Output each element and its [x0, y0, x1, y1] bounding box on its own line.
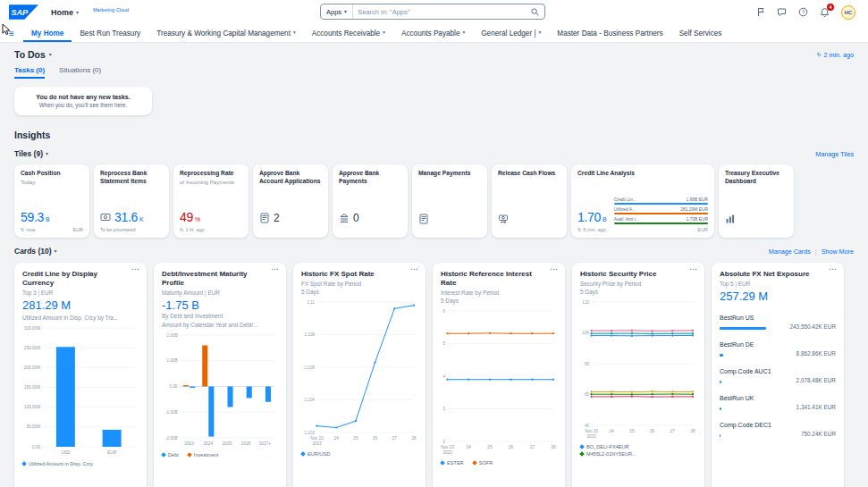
exposure-value: 750.24K EUR: [801, 431, 836, 437]
card-debt-investment-maturity-profile[interactable]: ⋯ Debt/Investment Maturity Profile Matur…: [154, 263, 286, 487]
tab-tasks[interactable]: Tasks (0): [14, 66, 45, 79]
exposure-value: 8,862.86K EUR: [796, 350, 836, 357]
svg-text:4: 4: [442, 374, 445, 379]
tile-mini-legend: Credit Lin...1.99B EUR Utilized A...281.…: [614, 197, 708, 224]
flag-icon[interactable]: [756, 7, 765, 17]
card-historic-security-price[interactable]: ⋯ Historic Security Price Security Price…: [572, 263, 704, 487]
svg-text:1.108: 1.108: [305, 332, 316, 337]
tile-footer: ↻now EUR: [21, 227, 83, 232]
chat-icon[interactable]: [777, 7, 787, 17]
tile-manage-payments[interactable]: Manage Payments: [412, 164, 487, 238]
nav-item-best-run-treasury[interactable]: Best Run Treasury: [72, 24, 148, 42]
notifications-bell-icon[interactable]: 4: [820, 7, 830, 18]
tile-title: Treasury Executive Dashboard: [725, 170, 788, 185]
exposure-label: Comp.Code AUC1: [720, 368, 836, 374]
tile-treasury-executive-dashboard[interactable]: Treasury Executive Dashboard: [719, 164, 794, 238]
cards-group-label[interactable]: Cards (10) ▾: [14, 247, 57, 256]
menu-toggle-icon[interactable]: ≡: [9, 24, 14, 42]
exposure-row[interactable]: BestRun DE 8,862.86K EUR: [720, 341, 836, 357]
card-absolute-fx-net-exposure[interactable]: ⋯ Absolute FX Net Exposure Top 5 | EUR 2…: [712, 263, 844, 487]
search-icon[interactable]: [526, 8, 544, 16]
svg-text:100.00M: 100.00M: [24, 405, 40, 409]
nav-item-accounts-receivable[interactable]: Accounts Receivable▾: [304, 24, 393, 42]
tile-reprocessing-rate[interactable]: Reprocessing Rate of Incoming Payments 4…: [173, 164, 249, 238]
nav-item-treasury-working-capital[interactable]: Treasury & Working Capital Management▾: [148, 24, 303, 42]
card-title: Absolute FX Net Exposure: [720, 270, 836, 279]
svg-text:Nov 23: Nov 23: [441, 445, 454, 449]
tile-value: 59.3B: [21, 210, 83, 224]
tile-title: Manage Payments: [418, 170, 481, 178]
chevron-down-icon[interactable]: ▾: [49, 52, 52, 57]
chart-legend: Utilized Amount in Disp. Crcy: [22, 461, 139, 466]
svg-text:24: 24: [334, 436, 340, 441]
card-kpi-value: -1.75 B: [162, 298, 278, 312]
svg-text:50.00M: 50.00M: [27, 424, 40, 429]
line-chart: 120100806040Nov 2324252627282023: [580, 298, 696, 441]
tile-footer: To be processed: [100, 227, 163, 232]
overflow-menu-icon[interactable]: ⋯: [550, 264, 559, 273]
tile-approve-bank-account-applications[interactable]: Approve Bank Account Applications 2: [253, 164, 328, 238]
exposure-row[interactable]: Comp.Code AUC1 2,078.48K EUR: [720, 368, 836, 383]
nav-item-accounts-payable[interactable]: Accounts Payable▾: [393, 24, 473, 42]
overflow-menu-icon[interactable]: ⋯: [410, 264, 419, 273]
search-scope-selector[interactable]: Apps ▾: [321, 4, 353, 19]
svg-text:250.00M: 250.00M: [24, 346, 40, 350]
svg-text:100: 100: [582, 331, 589, 335]
nav-item-self-services[interactable]: Self Services: [671, 24, 730, 42]
legend-entry: Credit Lin...1.99B EUR: [614, 197, 708, 205]
card-title: Debt/Investment Maturity Profile: [162, 270, 278, 288]
chart-legend: ESTER SOFR: [441, 460, 557, 466]
tile-title: Approve Bank Payments: [339, 170, 401, 185]
shell-bar: SAP Home ▾ Marketing Cloud Apps ▾ ? 4 HC: [0, 0, 868, 24]
tile-release-cash-flows[interactable]: Release Cash Flows: [492, 164, 567, 238]
help-icon[interactable]: ?: [798, 7, 808, 17]
tile-approve-bank-payments[interactable]: Approve Bank Payments 0: [333, 164, 408, 238]
search-input[interactable]: [353, 8, 526, 16]
card-historic-reference-interest-rate[interactable]: ⋯ Historic Reference Interest Rate Inter…: [433, 263, 565, 487]
insight-tiles: Cash Position Today 59.3B ↻now EUR Repro…: [14, 164, 854, 238]
overflow-menu-icon[interactable]: ⋯: [689, 264, 698, 273]
chevron-down-icon: ▾: [383, 30, 385, 36]
tile-count: 2: [259, 212, 322, 224]
shell-actions: ? 4 HC: [756, 5, 859, 20]
tile-cash-position[interactable]: Cash Position Today 59.3B ↻now EUR: [14, 164, 89, 238]
nav-item-master-data-business-partners[interactable]: Master Data - Business Partners: [549, 24, 670, 42]
svg-text:EUR: EUR: [107, 450, 117, 455]
nav-item-my-home[interactable]: My Home: [23, 24, 72, 42]
manage-tiles-link[interactable]: Manage Tiles: [815, 150, 854, 158]
home-menu-button[interactable]: Home ▾: [51, 8, 79, 17]
tile-credit-line-analysis[interactable]: Credit Line Analysis 1.70B Credit Lin...…: [571, 164, 714, 238]
card-historic-fx-spot-rate[interactable]: ⋯ Historic FX Spot Rate FX Spot Rate by …: [293, 263, 426, 487]
tiles-group-label[interactable]: Tiles (9) ▾: [14, 149, 48, 158]
tile-footer: ↻1 hr. ago: [180, 227, 242, 232]
search-box[interactable]: Apps ▾: [320, 4, 545, 20]
exposure-row[interactable]: BestRun UK 1,341.41K EUR: [720, 395, 836, 410]
overflow-menu-icon[interactable]: ⋯: [131, 264, 140, 273]
exposure-bar: [720, 434, 766, 437]
sap-logo[interactable]: SAP: [9, 4, 38, 20]
exposure-label: BestRun UK: [720, 395, 836, 401]
tab-situations[interactable]: Situations (0): [59, 66, 101, 79]
svg-text:1.00B: 1.00B: [166, 358, 177, 363]
card-caption: By Debt and Investment: [162, 313, 278, 319]
tile-reprocess-bank-statement-items[interactable]: Reprocess Bank Statement Items 31.6K To …: [94, 164, 169, 238]
overflow-menu-icon[interactable]: ⋯: [829, 264, 838, 273]
manage-cards-link[interactable]: Manage Cards: [769, 248, 811, 256]
nav-item-general-ledger[interactable]: General Ledger |▾: [473, 24, 549, 42]
tile-icon-row: [418, 214, 481, 224]
chart-legend: Debt Investment: [162, 452, 278, 458]
card-caption: Amount by Calendar Year and Debt/...: [162, 322, 278, 328]
tile-title: Release Cash Flows: [498, 170, 560, 178]
avatar[interactable]: HC: [841, 5, 855, 20]
todos-refresh-link[interactable]: ↻ 2 min. ago: [817, 51, 854, 59]
tile-footer: [498, 227, 560, 232]
card-subtitle: Top 5 | EUR: [720, 281, 836, 287]
exposure-row[interactable]: BestRun US 243,550.42K EUR: [720, 315, 836, 330]
card-credit-line-by-display-currency[interactable]: ⋯ Credit Line by Display Currency Top 3 …: [14, 263, 147, 487]
show-more-link[interactable]: Show More: [822, 248, 854, 256]
overflow-menu-icon[interactable]: ⋯: [271, 264, 280, 273]
todos-section: To Dos ▾ ↻ 2 min. ago Tasks (0) Situatio…: [14, 49, 854, 115]
refresh-timestamp: 2 min. ago: [823, 51, 854, 59]
banknote-icon: [100, 213, 111, 222]
exposure-row[interactable]: Comp.Code DEC1 750.24K EUR: [720, 422, 836, 437]
